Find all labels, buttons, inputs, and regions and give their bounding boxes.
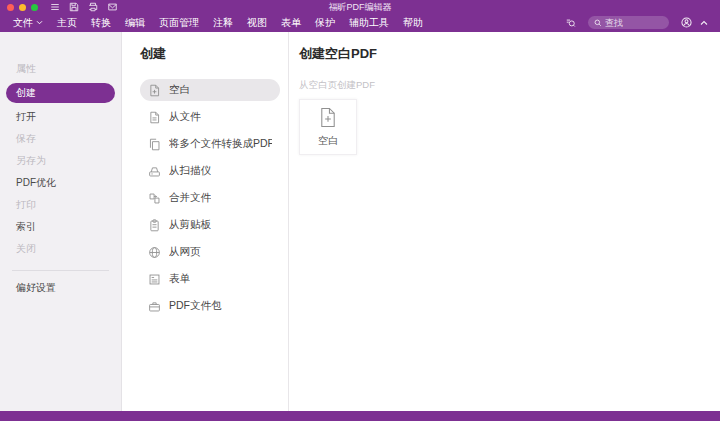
window-title: 福昕PDF编辑器 — [329, 1, 392, 14]
sidebar-item-print[interactable]: 打印 — [0, 194, 121, 216]
detail-subtitle: 从空白页创建PDF — [299, 79, 720, 92]
advanced-search-icon[interactable] — [565, 18, 576, 28]
user-avatar-icon[interactable] — [681, 17, 692, 28]
menu-protect[interactable]: 保护 — [308, 15, 342, 31]
globe-icon — [148, 246, 161, 259]
sidebar-item-create[interactable]: 创建 — [6, 83, 115, 103]
window-controls — [7, 4, 38, 11]
menu-accessibility[interactable]: 辅助工具 — [342, 15, 396, 31]
combine-files-icon — [148, 192, 161, 205]
blank-doc-icon — [148, 84, 161, 97]
file-sidebar: 属性 创建 打开 保存 另存为 PDF优化 打印 索引 关闭 偏好设置 — [0, 32, 122, 411]
menu-file-label: 文件 — [13, 16, 33, 30]
create-option-multiple-files[interactable]: 将多个文件转换成PDF — [140, 133, 280, 155]
form-icon — [148, 273, 161, 286]
sidebar-item-open[interactable]: 打开 — [0, 106, 121, 128]
menu-file[interactable]: 文件 — [6, 15, 50, 31]
menu-bar: 文件 主页 转换 编辑 页面管理 注释 视图 表单 保护 辅助工具 帮助 — [0, 15, 720, 32]
print-icon[interactable] — [88, 2, 98, 12]
menu-form[interactable]: 表单 — [274, 15, 308, 31]
blank-card-label: 空白 — [318, 134, 338, 148]
create-panel: 创建 空白 从文件 将多个文件转换成PDF 从扫描仪 合并文件 — [122, 32, 288, 411]
create-option-pdf-portfolio[interactable]: PDF文件包 — [140, 295, 280, 317]
mail-icon[interactable] — [107, 2, 118, 12]
zoom-window-button[interactable] — [31, 4, 38, 11]
scanner-icon — [148, 165, 161, 178]
blank-doc-plus-icon — [319, 107, 337, 128]
hide-menu-icon[interactable] — [50, 2, 60, 12]
sidebar-item-pdf-optimize[interactable]: PDF优化 — [0, 172, 121, 194]
menu-help[interactable]: 帮助 — [396, 15, 430, 31]
create-option-combine-files[interactable]: 合并文件 — [140, 187, 280, 209]
portfolio-icon — [148, 300, 161, 313]
menu-comment[interactable]: 注释 — [206, 15, 240, 31]
sidebar-item-preferences[interactable]: 偏好设置 — [0, 277, 121, 299]
create-detail-panel: 创建空白PDF 从空白页创建PDF 空白 — [289, 32, 720, 411]
search-box[interactable] — [588, 16, 669, 29]
sidebar-item-index[interactable]: 索引 — [0, 216, 121, 238]
close-window-button[interactable] — [7, 4, 14, 11]
clipboard-icon — [148, 219, 161, 232]
collapse-ribbon-icon[interactable] — [700, 20, 708, 26]
multiple-files-icon — [148, 138, 161, 151]
file-icon — [148, 111, 161, 124]
create-options-list: 空白 从文件 将多个文件转换成PDF 从扫描仪 合并文件 从剪贴板 — [140, 79, 280, 322]
save-icon[interactable] — [69, 2, 79, 12]
search-input[interactable] — [605, 18, 663, 28]
sidebar-item-close[interactable]: 关闭 — [0, 238, 121, 260]
detail-title: 创建空白PDF — [299, 45, 720, 63]
sidebar-item-save[interactable]: 保存 — [0, 128, 121, 150]
chevron-down-icon — [36, 20, 43, 25]
create-option-scanner[interactable]: 从扫描仪 — [140, 160, 280, 182]
backstage-view: 属性 创建 打开 保存 另存为 PDF优化 打印 索引 关闭 偏好设置 创建 空… — [0, 32, 720, 411]
sidebar-divider — [12, 270, 109, 271]
menu-view[interactable]: 视图 — [240, 15, 274, 31]
status-bar — [0, 411, 720, 421]
search-icon — [594, 19, 602, 27]
title-bar: 福昕PDF编辑器 — [0, 0, 720, 15]
quick-access-toolbar — [50, 2, 118, 12]
create-option-blank[interactable]: 空白 — [140, 79, 280, 101]
menu-convert[interactable]: 转换 — [84, 15, 118, 31]
create-option-clipboard[interactable]: 从剪贴板 — [140, 214, 280, 236]
create-panel-title: 创建 — [140, 45, 280, 63]
sidebar-item-save-as[interactable]: 另存为 — [0, 150, 121, 172]
create-option-from-file[interactable]: 从文件 — [140, 106, 280, 128]
blank-pdf-card[interactable]: 空白 — [299, 99, 357, 155]
minimize-window-button[interactable] — [19, 4, 26, 11]
menu-page-organize[interactable]: 页面管理 — [152, 15, 206, 31]
menu-edit[interactable]: 编辑 — [118, 15, 152, 31]
create-option-form[interactable]: 表单 — [140, 268, 280, 290]
sidebar-item-properties[interactable]: 属性 — [0, 58, 121, 80]
menu-home[interactable]: 主页 — [50, 15, 84, 31]
create-option-web-page[interactable]: 从网页 — [140, 241, 280, 263]
